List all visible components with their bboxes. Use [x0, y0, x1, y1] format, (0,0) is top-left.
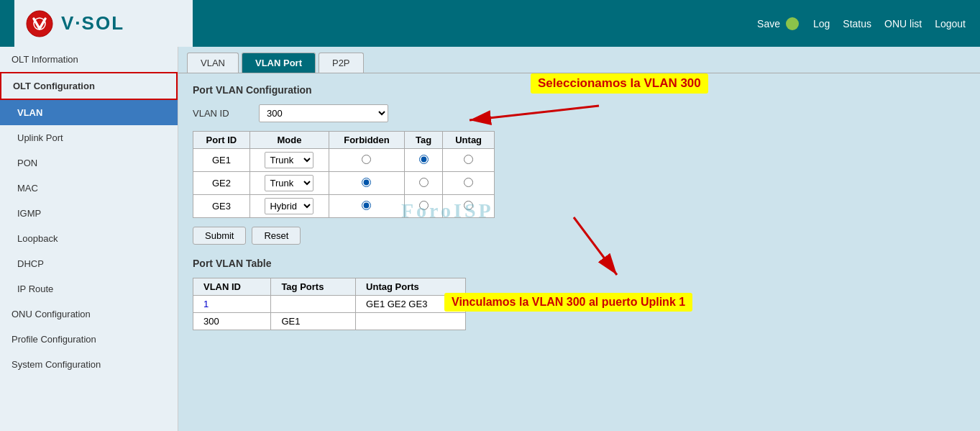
mode-select-ge3[interactable]: Trunk Access Hybrid [265, 198, 313, 214]
mode-select-ge2[interactable]: Trunk Access Hybrid [265, 175, 313, 191]
mode-select-ge1[interactable]: Trunk Access Hybrid [265, 152, 313, 168]
forbidden-ge1 [329, 149, 405, 172]
port-config-table: Port ID Mode Forbidden Tag Untag GE1 [193, 131, 495, 218]
tab-p2p[interactable]: P2P [319, 53, 364, 73]
vlan-table-col-vlanid: VLAN ID [193, 278, 271, 296]
forbidden-radio-ge1[interactable] [362, 155, 371, 164]
table-row: GE3 Trunk Access Hybrid [193, 195, 495, 218]
col-tag: Tag [404, 132, 442, 149]
col-mode: Mode [249, 132, 329, 149]
logo-area: V·SOL [14, 0, 193, 47]
table-row: 1 GE1 GE2 GE3 [193, 296, 466, 313]
sidebar-item-olt-configuration[interactable]: OLT Configuration [0, 72, 178, 100]
col-forbidden: Forbidden [329, 132, 405, 149]
untag-ge1 [443, 149, 495, 172]
header-right: Save Log Status ONU list Logout [757, 17, 966, 30]
sidebar-item-onu-configuration[interactable]: ONU Configuration [0, 301, 178, 327]
forbidden-ge2 [329, 172, 405, 195]
sidebar-item-system-configuration[interactable]: System Configuration [0, 352, 178, 377]
port-id-ge2: GE2 [193, 172, 250, 195]
tag-ge1 [404, 149, 442, 172]
mode-ge2: Trunk Access Hybrid [249, 172, 329, 195]
sidebar-item-pon[interactable]: PON [0, 150, 178, 176]
reset-button[interactable]: Reset [252, 227, 301, 245]
table-row: 300 GE1 [193, 313, 466, 330]
vlan-table-untag-300 [356, 313, 466, 330]
port-id-ge3: GE3 [193, 195, 250, 218]
vlan-table-vlanid-300: 300 [193, 313, 271, 330]
sidebar-item-uplink-port[interactable]: Uplink Port [0, 125, 178, 150]
sidebar-item-igmp[interactable]: IGMP [0, 201, 178, 226]
col-port-id: Port ID [193, 132, 250, 149]
table-row: GE2 Trunk Access Hybrid [193, 172, 495, 195]
vlan-table-vlanid-1: 1 [193, 296, 271, 313]
log-link[interactable]: Log [813, 18, 830, 30]
forbidden-radio-ge3[interactable] [362, 201, 371, 210]
arrow-2 [559, 214, 646, 288]
save-area: Save [757, 17, 799, 30]
vlan-table-tag-300: GE1 [271, 313, 356, 330]
port-vlan-table-title: Port VLAN Table [193, 258, 966, 269]
forbidden-ge3 [329, 195, 405, 218]
sidebar-item-loopback[interactable]: Loopback [0, 226, 178, 251]
port-vlan-table: VLAN ID Tag Ports Untag Ports 1 GE1 GE2 … [193, 278, 466, 330]
status-dot [786, 17, 799, 30]
save-label[interactable]: Save [757, 18, 780, 30]
tag-ge2 [404, 172, 442, 195]
status-link[interactable]: Status [843, 18, 871, 30]
logout-link[interactable]: Logout [935, 18, 966, 30]
untag-radio-ge3[interactable] [464, 201, 473, 210]
header-links: Log Status ONU list Logout [813, 18, 966, 30]
vlan-id-label: VLAN ID [193, 108, 250, 119]
col-untag: Untag [443, 132, 495, 149]
untag-ge3 [443, 195, 495, 218]
annotation-vinculamos: Vinculamos la VLAN 300 al puerto Uplink … [444, 293, 692, 312]
tag-radio-ge3[interactable] [419, 201, 429, 210]
logo-text: V·SOL [61, 12, 124, 35]
sidebar-item-ip-route[interactable]: IP Route [0, 276, 178, 301]
untag-radio-ge1[interactable] [464, 155, 473, 164]
sidebar-item-dhcp[interactable]: DHCP [0, 251, 178, 276]
submit-button[interactable]: Submit [193, 227, 246, 245]
tab-vlan[interactable]: VLAN [187, 53, 239, 73]
tag-radio-ge2[interactable] [419, 178, 429, 187]
vlan-table-col-tagports: Tag Ports [271, 278, 356, 296]
tag-radio-ge1[interactable] [419, 155, 429, 164]
svg-point-0 [27, 11, 52, 37]
vsol-logo-icon [25, 9, 54, 38]
tag-ge3 [404, 195, 442, 218]
table-row: GE1 Trunk Access Hybrid [193, 149, 495, 172]
vlan-id-select[interactable]: 300 1 [259, 104, 388, 122]
vlan-id-row: VLAN ID 300 1 [193, 104, 966, 122]
sidebar: OLT Information OLT Configuration VLAN U… [0, 47, 178, 431]
sidebar-item-olt-information[interactable]: OLT Information [0, 47, 178, 72]
port-id-ge1: GE1 [193, 149, 250, 172]
mode-ge1: Trunk Access Hybrid [249, 149, 329, 172]
mode-ge3: Trunk Access Hybrid [249, 195, 329, 218]
forbidden-radio-ge2[interactable] [362, 178, 371, 187]
btn-row: Submit Reset [193, 227, 966, 245]
onu-list-link[interactable]: ONU list [884, 18, 922, 30]
sidebar-item-profile-configuration[interactable]: Profile Configuration [0, 327, 178, 352]
content-area: VLAN VLAN Port P2P Port VLAN Configurati… [178, 47, 980, 431]
untag-ge2 [443, 172, 495, 195]
tab-bar: VLAN VLAN Port P2P [178, 47, 980, 73]
sidebar-item-mac[interactable]: MAC [0, 176, 178, 201]
annotation-vlan-300: Seleccionamos la VLAN 300 [531, 73, 708, 94]
sidebar-item-vlan[interactable]: VLAN [0, 100, 178, 125]
vlan-table-tag-1 [271, 296, 356, 313]
tab-vlan-port[interactable]: VLAN Port [242, 53, 316, 73]
untag-radio-ge2[interactable] [464, 178, 473, 187]
